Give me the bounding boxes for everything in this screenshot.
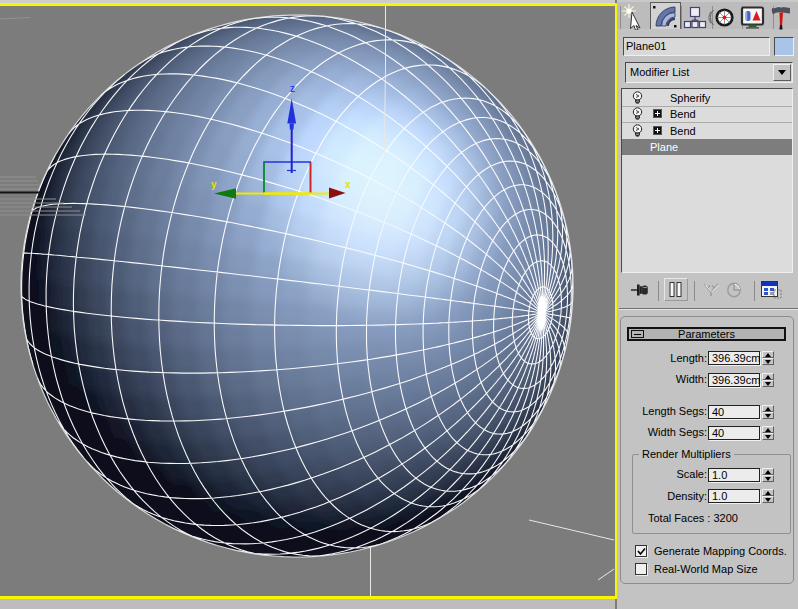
svg-text:x: x [345,179,351,190]
svg-text:z: z [290,83,295,94]
svg-text:y: y [211,179,217,190]
